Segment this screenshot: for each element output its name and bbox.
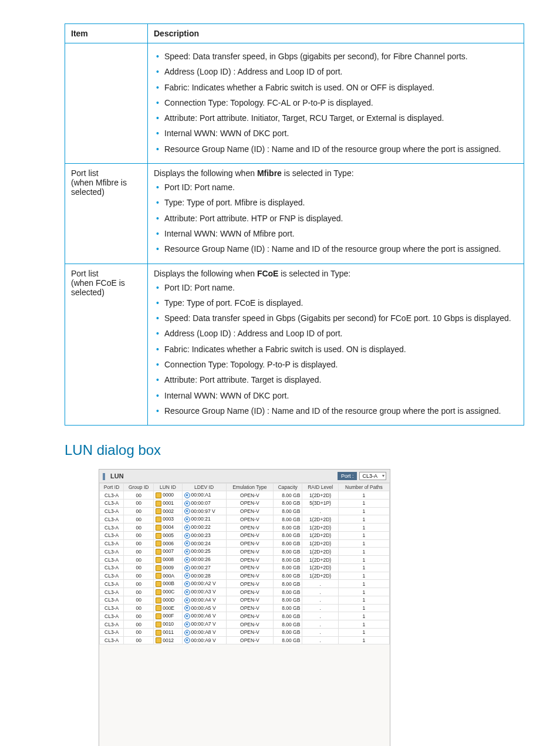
ldev-id-icon <box>184 573 190 579</box>
lun-cell: CL3-A <box>100 499 124 507</box>
lun-id-icon <box>156 573 161 579</box>
lun-cell: 00:00:A9 V <box>182 636 226 644</box>
desc-bullet-item: Port ID: Port name. <box>164 282 518 293</box>
lun-cell: 1 <box>338 499 389 507</box>
lun-cell: 00:00:A1 <box>182 491 226 499</box>
lun-id-icon <box>156 630 161 636</box>
lun-id-icon <box>156 533 161 539</box>
desc-bullet-list: Speed: Data transfer speed, in Gbps (gig… <box>154 50 518 155</box>
lun-cell: 000F <box>154 612 182 620</box>
lun-row[interactable]: CL3-A00000B00:00:A2 VOPEN-V8.00 GB.1 <box>100 580 390 588</box>
lun-row[interactable]: CL3-A00000F00:00:A6 VOPEN-V8.00 GB.1 <box>100 612 390 620</box>
ldev-id-icon <box>184 517 190 522</box>
lun-cell: 8.00 GB <box>274 507 302 515</box>
lun-cell: 1(2D+2D) <box>302 556 338 564</box>
lun-cell: 8.00 GB <box>274 588 302 596</box>
desc-description-cell: Displays the following when FCoE is sele… <box>148 264 524 426</box>
lun-cell: 0007 <box>154 548 182 556</box>
desc-description-cell: Displays the following when Mfibre is se… <box>148 164 524 264</box>
lun-cell: 00 <box>124 524 154 532</box>
lun-cell: . <box>302 612 338 620</box>
desc-bullet-item: Connection Type: Topology. P-to-P is dis… <box>164 359 518 370</box>
lun-cell: . <box>302 507 338 515</box>
lun-dialog-titlebar: LUN Port : CL3-A <box>99 470 390 483</box>
lun-cell: CL3-A <box>100 531 124 539</box>
lun-row[interactable]: CL3-A00000E00:00:A5 VOPEN-V8.00 GB.1 <box>100 604 390 612</box>
lun-cell: 8.00 GB <box>274 491 302 499</box>
lun-row[interactable]: CL3-A00000600:00:24OPEN-V8.00 GB1(2D+2D)… <box>100 539 390 548</box>
lun-cell: CL3-A <box>100 588 124 596</box>
lun-cell: 1(2D+2D) <box>302 524 338 532</box>
lun-cell: 0001 <box>154 499 182 507</box>
lun-cell: 8.00 GB <box>274 548 302 556</box>
lun-cell: 8.00 GB <box>274 604 302 612</box>
lun-cell: OPEN-V <box>226 636 273 644</box>
lun-row[interactable]: CL3-A00001200:00:A9 VOPEN-V8.00 GB.1 <box>100 636 390 644</box>
lun-row[interactable]: CL3-A00000200:00:97 VOPEN-V8.00 GB.1 <box>100 507 390 515</box>
lun-row[interactable]: CL3-A00001000:00:A7 VOPEN-V8.00 GB.1 <box>100 620 390 629</box>
lun-cell: OPEN-V <box>226 556 273 564</box>
desc-bullet-item: Type: Type of port. Mfibre is displayed. <box>164 197 518 208</box>
lun-col-header: Port ID <box>100 484 124 491</box>
lun-col-header: Capacity <box>274 484 302 491</box>
desc-bullet-item: Address (Loop ID) : Address and Loop ID … <box>164 66 518 77</box>
desc-bullet-item: Attribute: Port attribute. Target is dis… <box>164 374 518 386</box>
lun-row[interactable]: CL3-A00000500:00:23OPEN-V8.00 GB1(2D+2D)… <box>100 531 390 539</box>
lun-cell: 1 <box>338 604 389 612</box>
desc-intro: Displays the following when FCoE is sele… <box>154 269 518 278</box>
desc-bullet-item: Port ID: Port name. <box>164 181 518 193</box>
lun-row[interactable]: CL3-A00000C00:00:A3 VOPEN-V8.00 GB.1 <box>100 588 390 596</box>
lun-cell: 8.00 GB <box>274 572 302 580</box>
port-selector[interactable]: Port : CL3-A <box>338 472 386 480</box>
desc-bullet-list: Port ID: Port name.Type: Type of port. F… <box>154 282 518 417</box>
lun-cell: 0011 <box>154 628 182 636</box>
lun-cell: 00 <box>124 596 154 604</box>
lun-row[interactable]: CL3-A00000900:00:27OPEN-V8.00 GB1(2D+2D)… <box>100 563 390 572</box>
lun-cell: 8.00 GB <box>274 515 302 524</box>
ldev-id-icon <box>184 492 190 498</box>
lun-row[interactable]: CL3-A00000800:00:26OPEN-V8.00 GB1(2D+2D)… <box>100 556 390 564</box>
lun-cell: 8.00 GB <box>274 628 302 636</box>
desc-bullet-item: Type: Type of port. FCoE is displayed. <box>164 297 518 309</box>
lun-cell: CL3-A <box>100 507 124 515</box>
ldev-id-icon <box>184 549 190 555</box>
lun-cell: 1 <box>338 548 389 556</box>
lun-cell: 8.00 GB <box>274 580 302 588</box>
lun-id-icon <box>156 622 161 627</box>
lun-row[interactable]: CL3-A00001100:00:A8 VOPEN-V8.00 GB.1 <box>100 628 390 636</box>
lun-row[interactable]: CL3-A00000400:00:22OPEN-V8.00 GB1(2D+2D)… <box>100 524 390 532</box>
lun-row[interactable]: CL3-A00000300:00:21OPEN-V8.00 GB1(2D+2D)… <box>100 515 390 524</box>
ldev-id-icon <box>184 533 190 539</box>
lun-cell: 1(2D+2D) <box>302 548 338 556</box>
lun-row[interactable]: CL3-A00000000:00:A1OPEN-V8.00 GB1(2D+2D)… <box>100 491 390 499</box>
lun-cell: . <box>302 588 338 596</box>
lun-cell: CL3-A <box>100 596 124 604</box>
lun-id-icon <box>156 549 161 555</box>
lun-cell: OPEN-V <box>226 507 273 515</box>
desc-bullet-list: Port ID: Port name.Type: Type of port. M… <box>154 181 518 255</box>
lun-cell: CL3-A <box>100 524 124 532</box>
lun-cell: 8.00 GB <box>274 556 302 564</box>
lun-cell: 0002 <box>154 507 182 515</box>
lun-cell: 0000 <box>154 491 182 499</box>
lun-row[interactable]: CL3-A00000A00:00:28OPEN-V8.00 GB1(2D+2D)… <box>100 572 390 580</box>
lun-row[interactable]: CL3-A00000D00:00:A4 VOPEN-V8.00 GB.1 <box>100 596 390 604</box>
lun-cell: CL3-A <box>100 491 124 499</box>
desc-bullet-item: Resource Group Name (ID) : Name and ID o… <box>164 143 518 155</box>
ldev-id-icon <box>184 541 190 546</box>
lun-cell: 00 <box>124 620 154 629</box>
lun-cell: 1 <box>338 580 389 588</box>
port-selector-value[interactable]: CL3-A <box>359 472 386 480</box>
lun-row[interactable]: CL3-A00000700:00:25OPEN-V8.00 GB1(2D+2D)… <box>100 548 390 556</box>
lun-cell: 8.00 GB <box>274 612 302 620</box>
lun-cell: 00 <box>124 548 154 556</box>
lun-cell: 8.00 GB <box>274 636 302 644</box>
lun-row[interactable]: CL3-A00000100:00:07OPEN-V8.00 GB5(3D+1P)… <box>100 499 390 507</box>
lun-cell: CL3-A <box>100 563 124 572</box>
lun-cell: OPEN-V <box>226 572 273 580</box>
lun-cell: 00 <box>124 580 154 588</box>
desc-bullet-item: Fabric: Indicates whether a Fabric switc… <box>164 82 518 93</box>
lun-col-header: LUN ID <box>154 484 182 491</box>
lun-cell: OPEN-V <box>226 515 273 524</box>
lun-cell: 8.00 GB <box>274 620 302 629</box>
